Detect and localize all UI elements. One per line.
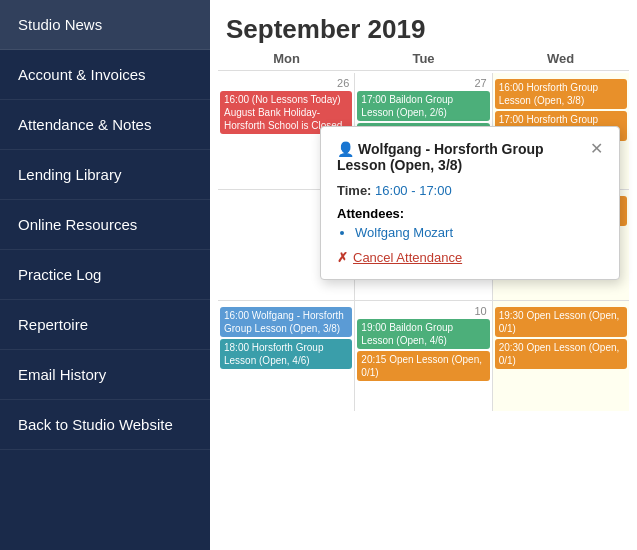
time-label: Time: bbox=[337, 183, 371, 198]
cal-date: 26 bbox=[220, 75, 352, 91]
cancel-attendance[interactable]: ✗ Cancel Attendance bbox=[337, 250, 603, 265]
sidebar-item-attendance-notes[interactable]: Attendance & Notes bbox=[0, 100, 210, 150]
sidebar-item-online-resources[interactable]: Online Resources bbox=[0, 200, 210, 250]
sidebar-item-email-history[interactable]: Email History bbox=[0, 350, 210, 400]
cal-event[interactable]: 18:00 Horsforth Group Lesson (Open, 4/6) bbox=[220, 339, 352, 369]
sidebar: Studio News Account & Invoices Attendanc… bbox=[0, 0, 210, 550]
day-header-mon: Mon bbox=[218, 51, 355, 66]
event-popup: 👤Wolfgang - Horsforth Group Lesson (Open… bbox=[320, 126, 620, 280]
cal-event[interactable]: 19:00 Baildon Group Lesson (Open, 4/6) bbox=[357, 319, 489, 349]
cal-event[interactable]: 16:00 Horsforth Group Lesson (Open, 3/8) bbox=[495, 79, 627, 109]
cal-event[interactable]: 19:30 Open Lesson (Open, 0/1) bbox=[495, 307, 627, 337]
sidebar-item-practice-log[interactable]: Practice Log bbox=[0, 250, 210, 300]
popup-close-button[interactable]: ✕ bbox=[590, 141, 603, 157]
calendar-days-header: Mon Tue Wed bbox=[218, 51, 629, 71]
attendee-item: Wolfgang Mozart bbox=[355, 225, 603, 240]
sidebar-item-back-to-studio[interactable]: Back to Studio Website bbox=[0, 400, 210, 450]
cal-event[interactable]: 17:00 Baildon Group Lesson (Open, 2/6) bbox=[357, 91, 489, 121]
person-icon: 👤 bbox=[337, 141, 354, 157]
popup-title: 👤Wolfgang - Horsforth Group Lesson (Open… bbox=[337, 141, 582, 173]
popup-attendees: Attendees: Wolfgang Mozart bbox=[337, 206, 603, 240]
sidebar-item-studio-news[interactable]: Studio News bbox=[0, 0, 210, 50]
time-value: 16:00 - 17:00 bbox=[375, 183, 452, 198]
cal-event[interactable]: 20:30 Open Lesson (Open, 0/1) bbox=[495, 339, 627, 369]
sidebar-item-repertoire[interactable]: Repertoire bbox=[0, 300, 210, 350]
main-content: September 2019 Mon Tue Wed 26 16:00 (No … bbox=[210, 0, 637, 550]
day-header-wed: Wed bbox=[492, 51, 629, 66]
cancel-attendance-link[interactable]: Cancel Attendance bbox=[353, 250, 462, 265]
cal-event[interactable]: 16:00 Wolfgang - Horsforth Group Lesson … bbox=[220, 307, 352, 337]
sidebar-item-account-invoices[interactable]: Account & Invoices bbox=[0, 50, 210, 100]
calendar: Mon Tue Wed 26 16:00 (No Lessons Today) … bbox=[210, 51, 637, 550]
calendar-title: September 2019 bbox=[210, 0, 637, 51]
cal-date: 10 bbox=[357, 303, 489, 319]
cal-date: 27 bbox=[357, 75, 489, 91]
day-header-tue: Tue bbox=[355, 51, 492, 66]
attendees-label: Attendees: bbox=[337, 206, 603, 221]
sidebar-item-lending-library[interactable]: Lending Library bbox=[0, 150, 210, 200]
cal-cell-10: 10 19:00 Baildon Group Lesson (Open, 4/6… bbox=[355, 301, 491, 411]
cal-event[interactable]: 20:15 Open Lesson (Open, 0/1) bbox=[357, 351, 489, 381]
cancel-icon: ✗ bbox=[337, 250, 348, 265]
popup-header: 👤Wolfgang - Horsforth Group Lesson (Open… bbox=[337, 141, 603, 173]
cal-cell-mon3: 16:00 Wolfgang - Horsforth Group Lesson … bbox=[218, 301, 354, 411]
cal-cell-wed3: 19:30 Open Lesson (Open, 0/1) 20:30 Open… bbox=[493, 301, 629, 411]
popup-time: Time: 16:00 - 17:00 bbox=[337, 183, 603, 198]
